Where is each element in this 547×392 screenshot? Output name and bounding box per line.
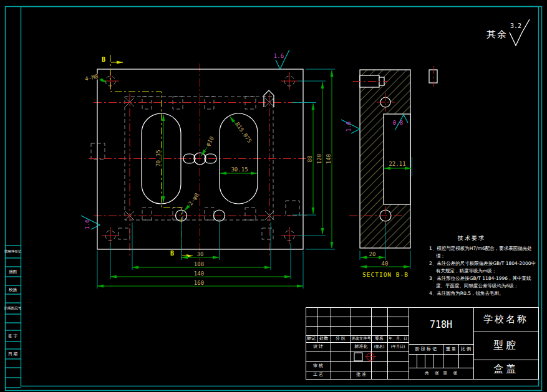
section-mark-top: B <box>101 57 106 63</box>
rev-header-mark: 标记 <box>307 337 316 341</box>
dim-120: 120 <box>317 153 322 165</box>
dim-140-right: 140 <box>326 153 332 165</box>
role-date: (年月日) <box>391 345 405 348</box>
role-check: 审 核 <box>313 364 323 368</box>
strip-tracing: 描图 <box>9 270 17 274</box>
role-approve: 批 准 <box>356 373 366 377</box>
tech-note-item: 3、未注形位公差按GB/T 1184-1996，其中直线度、平面度、同轴度公差等… <box>429 275 539 289</box>
rev-header-zone: 分 区 <box>336 337 346 341</box>
tech-note-item: 1、模腔与定模板为H7/m6配合，要求表面抛光处理； <box>429 245 539 259</box>
tech-note-item: 2、未注公差的尺寸极限偏差按GB/T 1804-2000中有关规定，精度等级为m… <box>429 260 539 274</box>
tech-note-item: 4、未注圆角为R0.5，锐角去毛刺。 <box>429 290 539 297</box>
roughness-symbols-plan <box>81 50 289 229</box>
dim-160: 160 <box>193 280 205 286</box>
stage-header: 阶 段 标 记 <box>415 347 437 351</box>
section-caption: SECTION B-B <box>362 272 409 278</box>
role-standardization: 标准化 <box>355 345 368 349</box>
dim-140-bottom: 140 <box>193 271 205 277</box>
part-name: 型腔 <box>493 340 518 350</box>
dim-20: 20 <box>369 252 377 257</box>
dim-40: 40 <box>381 261 389 267</box>
role-process: 工 艺 <box>313 373 323 377</box>
cavity-pocket <box>384 114 410 204</box>
strip-borrow-record: 借用件登记 <box>4 250 22 254</box>
sheet-frame <box>6 7 542 391</box>
keyway-tab <box>264 90 274 107</box>
role-design: 设 计 <box>313 345 323 349</box>
rev-header-date: 年、月、日 <box>389 337 407 340</box>
strip-trace-check: 校描 <box>9 288 17 292</box>
scale-header: 比 例 <box>461 347 471 351</box>
roughness-1-6-top: 1.6 <box>273 54 284 59</box>
product-name: 盒盖 <box>493 364 518 374</box>
sheet-count-label: 共 张 第 张 <box>425 371 457 376</box>
slot-width-dim: 30.15 <box>230 167 248 173</box>
school-name: 学校名称 <box>483 315 528 324</box>
rev-header-sign: 签名 <box>375 337 384 341</box>
section-view-geometry <box>341 66 437 269</box>
margin-strip-dividers <box>6 246 21 388</box>
section-cutting-line <box>110 55 193 256</box>
strip-signature: 签 字 <box>8 334 17 338</box>
roughness-1-6-section: 1.6 <box>346 121 352 132</box>
cad-drawing-canvas: 其余 3.2 4-M8 B B 70.35 φ10 R15.075 30.15 … <box>0 0 547 392</box>
technical-requirements: 技术要求 1、模腔与定模板为H7/m6配合，要求表面抛光处理； 2、未注公差的尺… <box>429 234 539 298</box>
weight-header: 重 量 <box>446 347 456 351</box>
qiyu-roughness-value: 3.2 <box>510 23 522 29</box>
rev-header-count: 处数 <box>319 337 328 341</box>
plan-view-geometry <box>81 50 335 289</box>
role-signature: (签名) <box>374 345 385 348</box>
strip-old-drawing-no: 旧底图总号 <box>4 307 22 310</box>
roughness-1-6-left: 1.6 <box>85 219 90 230</box>
strip-date: 日 期 <box>8 352 17 356</box>
slot-length-dim: 70.35 <box>156 149 162 167</box>
section-mark-bottom: B <box>170 251 175 257</box>
roughness-0-8-cavity: 0.8 <box>392 120 404 126</box>
material-label: 718H <box>430 320 452 330</box>
dim-88: 88 <box>307 155 313 163</box>
dim-30: 30 <box>196 252 205 257</box>
extension-lines <box>97 69 335 289</box>
qiyu-label: 其余 <box>486 30 508 39</box>
cavity-width-dim: 22.11 <box>388 161 406 167</box>
rev-header-docno: 更改文件号 <box>351 337 370 340</box>
tech-notes-title: 技术要求 <box>429 234 514 242</box>
projection-symbol <box>354 351 376 362</box>
dim-108: 108 <box>193 262 205 267</box>
